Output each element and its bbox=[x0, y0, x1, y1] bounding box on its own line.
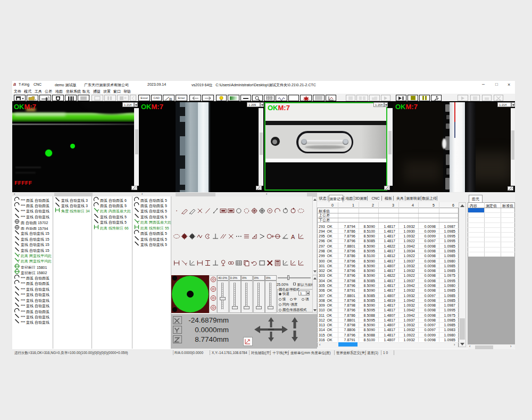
svg-text:B: B bbox=[169, 97, 172, 101]
svg-text:A: A bbox=[291, 234, 295, 240]
